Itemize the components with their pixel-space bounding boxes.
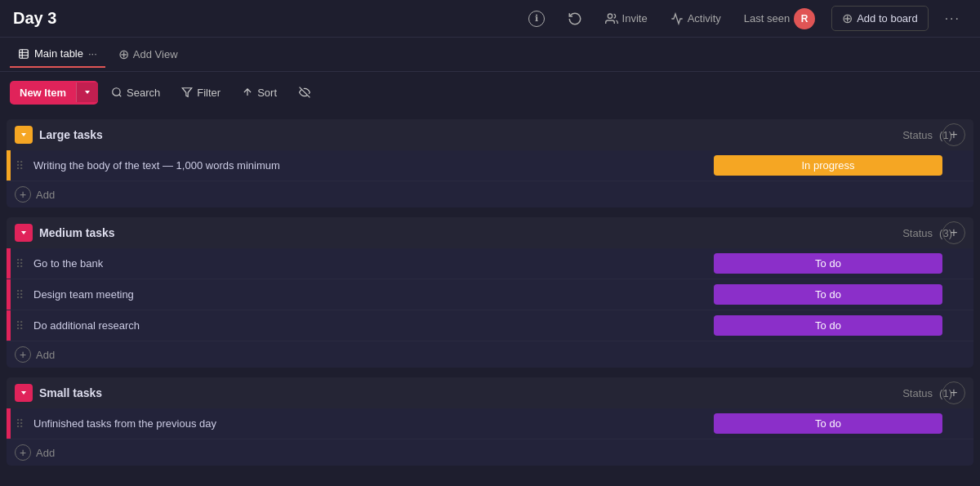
hide-icon [298, 87, 311, 98]
drag-handle[interactable]: ⠿ [11, 288, 29, 301]
add-row-large[interactable]: + Add [7, 181, 973, 207]
group-header-medium[interactable]: Medium tasks (3) Status + [7, 217, 973, 248]
more-icon: ··· [945, 11, 960, 26]
group-rows-medium: ⠿ Go to the bank To do ⠿ Design team mee… [7, 248, 973, 341]
toolbar: New Item Search Filter Sort [0, 72, 980, 113]
add-label: Add [36, 447, 55, 459]
header-left: Day 3 [13, 9, 56, 28]
svg-rect-1 [20, 49, 29, 58]
add-view-label: Add View [133, 48, 178, 60]
new-item-button[interactable]: New Item [10, 81, 98, 105]
search-button[interactable]: Search [103, 82, 168, 103]
new-item-label: New Item [10, 81, 76, 105]
add-row-small[interactable]: + Add [7, 439, 973, 466]
group-header-large[interactable]: Large tasks (1) Status + [7, 119, 973, 150]
status-badge: To do [714, 315, 942, 336]
table-row: ⠿ Go to the bank To do [7, 248, 973, 279]
task-status-cell[interactable]: To do [706, 250, 951, 277]
svg-marker-8 [21, 391, 26, 395]
last-seen: Last seen R [737, 5, 822, 33]
info-button[interactable]: ℹ [522, 7, 551, 30]
tab-main-table[interactable]: Main table ··· [10, 41, 105, 68]
add-row-icon: + [15, 346, 31, 363]
task-name[interactable]: Go to the bank [29, 251, 706, 276]
add-label: Add [36, 189, 55, 201]
sort-icon [242, 87, 253, 98]
add-to-board-label: Add to board [857, 12, 917, 25]
status-badge: To do [714, 284, 942, 305]
group-toggle-medium[interactable] [15, 224, 33, 242]
status-badge: To do [714, 253, 942, 274]
invite-button[interactable]: Invite [599, 9, 654, 29]
task-name[interactable]: Writing the body of the text — 1,000 wor… [29, 153, 706, 178]
add-to-board-icon: ⊕ [842, 11, 853, 26]
svg-point-3 [113, 88, 120, 96]
svg-marker-6 [21, 133, 26, 136]
table-icon [18, 48, 29, 60]
add-row-icon: + [15, 186, 31, 203]
group-rows-small: ⠿ Unfinished tasks from the previous day… [7, 408, 973, 439]
table-row: ⠿ Do additional research To do [7, 310, 973, 341]
add-row-medium[interactable]: + Add [7, 341, 973, 368]
add-to-board-button[interactable]: ⊕ Add to board [831, 6, 928, 31]
group-toggle-small[interactable] [15, 384, 33, 402]
group-medium: Medium tasks (3) Status + ⠿ Go to the ba… [7, 217, 973, 368]
sort-button[interactable]: Sort [234, 82, 285, 103]
new-item-dropdown-icon[interactable] [76, 82, 98, 102]
hide-button[interactable] [290, 82, 319, 102]
svg-point-0 [608, 14, 612, 18]
svg-marker-2 [85, 91, 90, 94]
invite-label: Invite [622, 12, 648, 25]
refresh-icon [568, 11, 582, 26]
drag-handle[interactable]: ⠿ [11, 417, 29, 430]
group-add-col-large[interactable]: + [942, 123, 965, 146]
content-area: Large tasks (1) Status + ⠿ Writing the b… [0, 113, 980, 486]
task-status-cell[interactable]: To do [706, 410, 951, 437]
group-name-medium: Medium tasks [39, 226, 939, 239]
filter-label: Filter [197, 87, 220, 99]
add-view-icon: ⊕ [118, 47, 129, 62]
group-status-col-medium: Status [902, 227, 933, 239]
drag-handle[interactable]: ⠿ [11, 159, 29, 172]
activity-button[interactable]: Activity [664, 9, 728, 29]
filter-button[interactable]: Filter [173, 82, 229, 103]
task-name[interactable]: Unfinished tasks from the previous day [29, 411, 706, 436]
status-badge: To do [714, 413, 942, 434]
add-row-icon: + [15, 444, 31, 461]
add-label: Add [36, 349, 55, 361]
task-status-cell[interactable]: To do [706, 281, 951, 308]
task-status-cell[interactable]: To do [706, 312, 951, 339]
header-right: ℹ Invite Activity Last seen R [522, 5, 967, 33]
group-status-col-small: Status [902, 387, 933, 399]
more-options-button[interactable]: ··· [938, 8, 967, 29]
drag-handle[interactable]: ⠿ [11, 319, 29, 332]
group-status-col-large: Status [902, 129, 933, 141]
filter-icon [181, 87, 193, 98]
app-header: Day 3 ℹ Invite Activity [0, 0, 980, 38]
invite-icon [605, 12, 618, 25]
last-seen-label: Last seen [744, 12, 790, 25]
group-add-col-small[interactable]: + [942, 381, 965, 404]
info-icon: ℹ [528, 11, 545, 27]
task-status-cell[interactable]: In progress [706, 152, 951, 179]
group-header-small[interactable]: Small tasks (1) Status + [7, 377, 973, 408]
group-toggle-large[interactable] [15, 126, 33, 144]
page-title: Day 3 [13, 9, 56, 28]
group-name-small: Small tasks [39, 386, 939, 399]
status-badge: In progress [714, 155, 942, 176]
add-view-button[interactable]: ⊕ Add View [112, 43, 185, 65]
task-name[interactable]: Design team meeting [29, 282, 706, 307]
task-name[interactable]: Do additional research [29, 313, 706, 338]
table-row: ⠿ Writing the body of the text — 1,000 w… [7, 150, 973, 181]
search-label: Search [127, 87, 160, 99]
activity-icon [670, 12, 684, 25]
group-rows-large: ⠿ Writing the body of the text — 1,000 w… [7, 150, 973, 181]
group-add-col-medium[interactable]: + [942, 221, 965, 244]
search-icon [111, 87, 122, 98]
svg-marker-7 [21, 231, 26, 234]
svg-marker-4 [182, 88, 192, 97]
table-row: ⠿ Design team meeting To do [7, 279, 973, 310]
drag-handle[interactable]: ⠿ [11, 257, 29, 270]
refresh-button[interactable] [561, 8, 589, 29]
table-row: ⠿ Unfinished tasks from the previous day… [7, 408, 973, 439]
